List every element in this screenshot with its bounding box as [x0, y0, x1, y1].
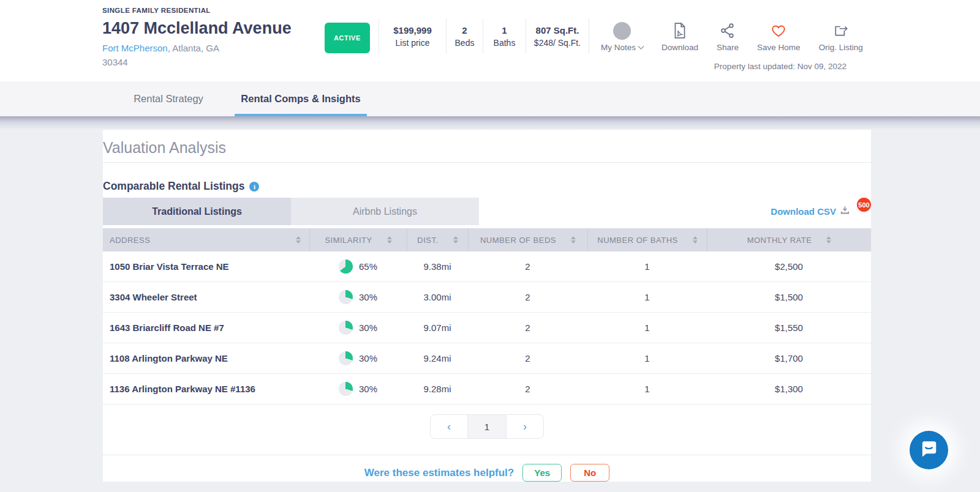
row-monthly-rate: $1,700 — [707, 353, 871, 363]
tab-rental-comps-insights[interactable]: Rental Comps & Insights — [235, 81, 367, 116]
beds-value: 2 — [462, 24, 467, 37]
beds-label: Beds — [455, 37, 475, 49]
sort-address[interactable]: ADDRESS — [103, 228, 309, 252]
sort-beds[interactable]: NUMBER OF BEDS — [468, 228, 587, 252]
row-distance: 9.07mi — [407, 322, 468, 333]
chat-bubble-icon — [919, 439, 939, 461]
orig-listing-label: Orig. Listing — [819, 43, 863, 52]
row-monthly-rate: $1,500 — [707, 292, 871, 302]
stat-beds: 2 Beds — [446, 18, 483, 54]
tab-airbnb-listings[interactable]: Airbnb Listings — [291, 198, 479, 225]
table-row[interactable]: 1643 Briarcliff Road NE #7 30% 9.07mi 2 … — [103, 313, 871, 343]
col-dist-label: DIST. — [417, 236, 438, 245]
feedback-yes-button[interactable]: Yes — [522, 464, 562, 482]
table-row[interactable]: 1136 Arlington Parkway NE #1136 30% 9.28… — [103, 374, 871, 404]
similarity-pie-icon — [339, 259, 353, 274]
chat-launcher-button[interactable] — [910, 431, 948, 469]
row-distance: 9.24mi — [407, 353, 468, 363]
property-header: SINGLE FAMILY RESIDENTIAL 1407 Mcclellan… — [0, 0, 980, 81]
info-icon[interactable]: i — [249, 182, 259, 192]
sort-arrows-icon — [453, 236, 458, 244]
sort-arrows-icon — [693, 236, 698, 244]
row-baths: 1 — [587, 353, 707, 363]
similarity-pie-icon — [339, 382, 353, 396]
feedback-row: Were these estimates helpful? Yes No — [103, 455, 871, 482]
row-beds: 2 — [468, 353, 587, 363]
row-address[interactable]: 1108 Arlington Parkway NE — [103, 353, 309, 363]
col-beds-label: NUMBER OF BEDS — [480, 236, 556, 245]
pagination-page-1[interactable]: 1 — [468, 414, 506, 439]
save-home-button[interactable]: Save Home — [748, 20, 810, 52]
similarity-percent: 30% — [359, 322, 377, 333]
content-card: Valuation Analysis Comparable Rental Lis… — [103, 130, 871, 482]
download-csv-button[interactable]: Download CSV 500 — [771, 205, 871, 218]
download-label: Download — [662, 43, 698, 52]
status-badge: ACTIVE — [325, 23, 370, 53]
external-link-icon — [832, 20, 850, 41]
heart-icon — [770, 20, 787, 41]
row-address[interactable]: 1136 Arlington Parkway NE #1136 — [103, 384, 309, 394]
col-address-label: ADDRESS — [110, 236, 150, 245]
download-button[interactable]: Download — [652, 20, 707, 52]
tab-traditional-listings[interactable]: Traditional Listings — [103, 198, 291, 225]
row-address[interactable]: 1643 Briarcliff Road NE #7 — [103, 322, 309, 333]
stat-list-price: $199,999 List price — [379, 18, 446, 54]
row-address[interactable]: 3304 Wheeler Street — [103, 292, 309, 302]
row-monthly-rate: $2,500 — [707, 261, 871, 272]
sort-monthly-rate[interactable]: MONTHLY RATE — [707, 228, 871, 252]
table-row[interactable]: 3304 Wheeler Street 30% 3.00mi 2 1 $1,50… — [103, 282, 871, 313]
sort-arrows-icon — [387, 236, 392, 244]
share-label: Share — [717, 43, 739, 52]
row-monthly-rate: $1,550 — [707, 322, 871, 333]
row-baths: 1 — [587, 261, 707, 272]
sort-similarity[interactable]: SIMILARITY — [309, 228, 407, 252]
tab-rental-strategy[interactable]: Rental Strategy — [102, 81, 235, 116]
row-beds: 2 — [468, 322, 587, 333]
property-type-label: SINGLE FAMILY RESIDENTIAL — [102, 7, 211, 14]
last-updated-text: Property last updated: Nov 09, 2022 — [714, 62, 846, 71]
download-csv-label: Download CSV — [771, 206, 836, 217]
my-notes-label: My Notes — [601, 43, 636, 52]
col-baths-label: NUMBER OF BATHS — [597, 236, 678, 245]
baths-value: 1 — [502, 24, 507, 37]
pagination: ‹ 1 › — [430, 414, 544, 439]
feedback-no-button[interactable]: No — [570, 464, 609, 482]
sort-baths[interactable]: NUMBER OF BATHS — [587, 228, 707, 252]
similarity-pie-icon — [339, 351, 353, 365]
table-row[interactable]: 1108 Arlington Parkway NE 30% 9.24mi 2 1… — [103, 343, 871, 374]
row-beds: 2 — [468, 261, 587, 272]
row-distance: 9.28mi — [407, 384, 468, 394]
row-distance: 3.00mi — [407, 292, 468, 302]
row-beds: 2 — [468, 292, 587, 302]
property-stats: $199,999 List price 2 Beds 1 Baths 807 S… — [379, 18, 589, 54]
col-similarity-label: SIMILARITY — [325, 236, 372, 245]
chevron-down-icon — [638, 43, 644, 50]
orig-listing-button[interactable]: Orig. Listing — [810, 20, 872, 52]
sort-dist[interactable]: DIST. — [407, 228, 468, 252]
my-notes-button[interactable]: My Notes — [592, 20, 652, 52]
csv-credits-badge: 500 — [857, 198, 871, 212]
row-address[interactable]: 1050 Briar Vista Terrace NE — [103, 261, 309, 272]
comparable-rental-listings-title: Comparable Rental Listings — [103, 180, 244, 193]
row-distance: 9.38mi — [407, 261, 468, 272]
pagination-next-button[interactable]: › — [506, 414, 544, 439]
neighborhood-link[interactable]: Fort McPherson, — [102, 43, 170, 53]
row-beds: 2 — [468, 384, 587, 394]
city-state-text: Atlanta, GA — [170, 43, 219, 53]
row-similarity: 30% — [309, 321, 407, 335]
pagination-prev-button[interactable]: ‹ — [430, 414, 468, 439]
feedback-question: Were these estimates helpful? — [364, 467, 514, 479]
save-home-label: Save Home — [757, 43, 801, 52]
similarity-pie-icon — [339, 290, 353, 304]
baths-label: Baths — [494, 37, 516, 49]
header-actions: My Notes Download Share — [592, 20, 872, 52]
table-row[interactable]: 1050 Briar Vista Terrace NE 65% 9.38mi 2… — [103, 252, 871, 282]
row-baths: 1 — [587, 292, 707, 302]
property-location: Fort McPherson, Atlanta, GA — [102, 43, 219, 53]
share-button[interactable]: Share — [707, 20, 748, 52]
share-nodes-icon — [720, 20, 736, 41]
listing-type-tabs: Traditional Listings Airbnb Listings — [103, 198, 479, 225]
list-price-label: List price — [395, 37, 429, 49]
similarity-percent: 30% — [359, 353, 377, 363]
sort-arrows-icon — [571, 236, 576, 244]
